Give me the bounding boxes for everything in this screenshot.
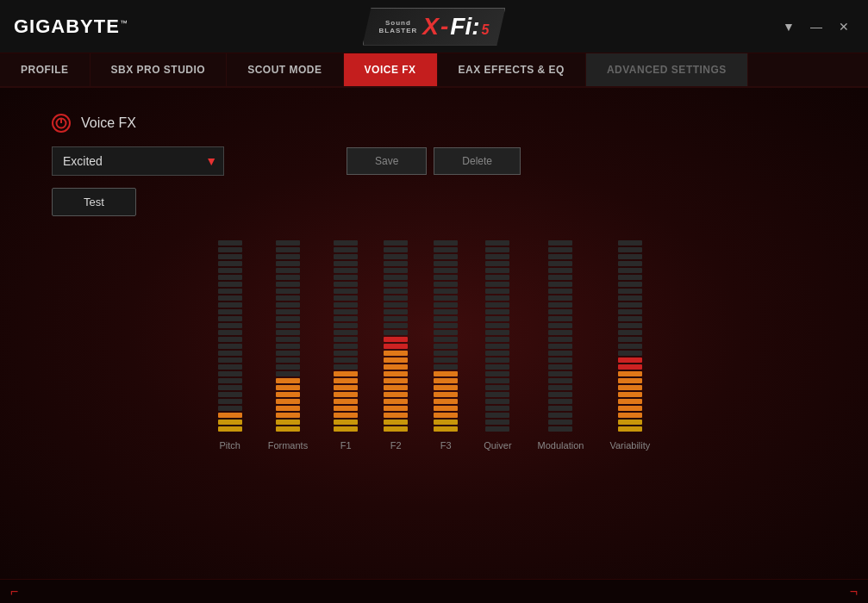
eq-bar — [434, 254, 458, 259]
nav-profile[interactable]: PROFILE — [0, 53, 91, 86]
eq-bar — [485, 351, 509, 356]
eq-bar — [618, 420, 642, 425]
eq-bar — [548, 357, 572, 363]
eq-bar — [218, 240, 242, 246]
action-buttons: Save Delete — [347, 147, 521, 175]
eq-bar — [276, 309, 300, 314]
eq-bar — [548, 268, 572, 273]
eq-bar — [276, 406, 300, 411]
eq-bar — [218, 289, 242, 294]
minimize-button[interactable]: — — [806, 16, 827, 37]
eq-label-f2: F2 — [390, 440, 402, 451]
eq-bar — [548, 282, 572, 287]
eq-bar — [485, 323, 509, 328]
eq-bar — [218, 426, 242, 432]
eq-bar — [276, 371, 300, 376]
eq-bar — [276, 261, 300, 266]
delete-button[interactable]: Delete — [434, 147, 521, 175]
title-bar-left: GIGABYTE™ — [14, 16, 128, 38]
power-button[interactable] — [52, 114, 71, 133]
eq-column-f1: F1 — [334, 233, 358, 451]
brand-sound: Sound — [385, 19, 411, 27]
brand-fi: Fi: — [450, 13, 479, 40]
voice-fx-header: Voice FX — [52, 114, 816, 133]
eq-bar — [334, 351, 358, 356]
nav-scout[interactable]: SCOUT MODE — [227, 53, 343, 86]
eq-label-variability: Variability — [609, 440, 650, 451]
eq-bar — [276, 268, 300, 273]
eq-bar — [434, 323, 458, 328]
eq-bar — [618, 261, 642, 266]
eq-bar — [548, 406, 572, 411]
eq-bar — [276, 378, 300, 383]
eq-bar — [218, 337, 242, 342]
save-button[interactable]: Save — [347, 147, 427, 175]
eq-container: PitchFormantsF1F2F3QuiverModulationVaria… — [52, 233, 816, 451]
eq-bar — [218, 309, 242, 314]
eq-bar — [618, 406, 642, 411]
nav-sbx[interactable]: SBX PRO STUDIO — [91, 53, 228, 86]
eq-bar — [485, 254, 509, 259]
eq-bar — [276, 392, 300, 397]
eq-bar — [548, 330, 572, 335]
eq-bar — [334, 413, 358, 418]
eq-bar — [618, 371, 642, 376]
eq-bar — [548, 254, 572, 259]
eq-column-quiver: Quiver — [484, 233, 511, 451]
eq-bars-quiver — [485, 233, 509, 432]
eq-bar — [485, 295, 509, 301]
nav-advanced[interactable]: ADVANCED SETTINGS — [586, 53, 748, 86]
eq-bar — [276, 413, 300, 418]
eq-bar — [548, 309, 572, 314]
eq-bar — [384, 426, 408, 432]
eq-bar — [548, 247, 572, 252]
eq-bar — [548, 289, 572, 294]
test-button[interactable]: Test — [52, 188, 136, 216]
eq-bar — [548, 371, 572, 376]
eq-label-quiver: Quiver — [484, 440, 511, 451]
eq-bar — [384, 413, 408, 418]
eq-bar — [485, 385, 509, 390]
eq-bar — [218, 357, 242, 363]
eq-bar — [276, 399, 300, 404]
eq-bar — [618, 240, 642, 246]
eq-bar — [434, 330, 458, 335]
eq-bar — [548, 323, 572, 328]
eq-label-f1: F1 — [340, 440, 352, 451]
eq-bar — [384, 399, 408, 404]
eq-bar — [618, 282, 642, 287]
eq-bar — [218, 323, 242, 328]
eq-bar — [434, 282, 458, 287]
eq-bars-modulation — [548, 233, 572, 432]
eq-bar — [618, 364, 642, 370]
eq-bar — [384, 420, 408, 425]
eq-bar — [218, 316, 242, 321]
eq-bar — [618, 426, 642, 432]
eq-bar — [384, 351, 408, 356]
eq-bar — [548, 302, 572, 308]
brand-blaster: BLASTER — [379, 27, 418, 34]
eq-bar — [334, 247, 358, 252]
eq-bar — [276, 357, 300, 363]
close-button[interactable]: ✕ — [834, 16, 854, 37]
eq-bar — [384, 330, 408, 335]
eq-bar — [434, 392, 458, 397]
eq-bar — [485, 309, 509, 314]
eq-bar — [334, 420, 358, 425]
nav-eax[interactable]: EAX EFFECTS & EQ — [438, 53, 586, 86]
preset-select[interactable]: Excited — [52, 146, 224, 176]
eq-bar — [618, 323, 642, 328]
nav-voicefx[interactable]: VOICE FX — [344, 53, 438, 86]
eq-bar — [334, 357, 358, 363]
eq-bar — [276, 385, 300, 390]
eq-bar — [485, 275, 509, 280]
eq-bar — [276, 351, 300, 356]
eq-bar — [384, 275, 408, 280]
eq-bars-pitch — [218, 233, 242, 432]
dropdown-button[interactable]: ▼ — [778, 16, 799, 37]
content-area: Voice FX Excited ▼ Save Delete Test Pitc… — [0, 88, 868, 579]
eq-bar — [334, 323, 358, 328]
eq-bar — [384, 254, 408, 259]
eq-bar — [434, 406, 458, 411]
eq-bar — [485, 413, 509, 418]
